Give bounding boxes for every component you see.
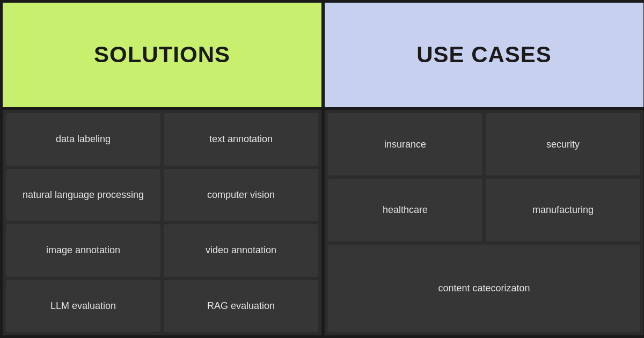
usecase-security[interactable]: security	[486, 113, 640, 175]
usecases-grid: insurance security healthcare manufactur…	[323, 108, 644, 337]
main-container: SOLUTIONS USE CASES data labeling text a…	[0, 0, 644, 338]
solution-image-annotation[interactable]: image annotation	[6, 224, 160, 277]
solutions-header: SOLUTIONS	[1, 1, 323, 108]
usecase-healthcare[interactable]: healthcare	[328, 179, 482, 241]
solution-computer-vision[interactable]: computer vision	[164, 169, 318, 222]
usecase-insurance[interactable]: insurance	[328, 113, 482, 175]
usecase-content-categorization[interactable]: content catecorizaton	[328, 245, 640, 332]
solution-data-labeling[interactable]: data labeling	[6, 113, 160, 166]
usecases-header: USE CASES	[323, 1, 644, 108]
solution-llm-evaluation[interactable]: LLM evaluation	[6, 280, 160, 333]
solution-video-annotation[interactable]: video annotation	[164, 224, 318, 277]
solutions-grid: data labeling text annotation natural la…	[1, 108, 323, 337]
solutions-title: SOLUTIONS	[94, 42, 230, 68]
solution-text-annotation[interactable]: text annotation	[164, 113, 318, 166]
solution-nlp[interactable]: natural language processing	[6, 169, 160, 222]
usecase-manufacturing[interactable]: manufacturing	[486, 179, 640, 241]
solution-rag-evaluation[interactable]: RAG evaluation	[164, 280, 318, 333]
usecases-title: USE CASES	[416, 42, 552, 68]
